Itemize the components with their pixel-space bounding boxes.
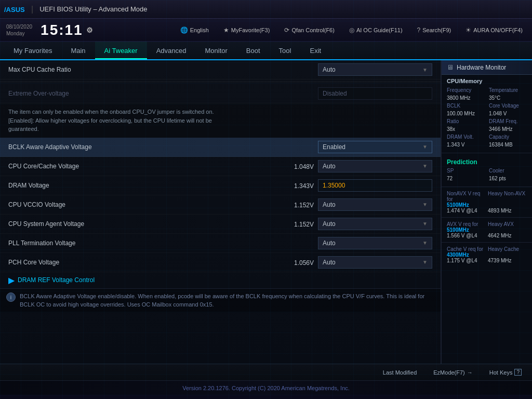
- prediction-title: Prediction: [442, 155, 532, 167]
- search-btn[interactable]: ? Search(F9): [414, 25, 455, 35]
- setting-dram-ref-voltage[interactable]: ▶ DRAM REF Voltage Control: [0, 272, 441, 288]
- dropdown-arrow-icon: ▼: [422, 67, 428, 73]
- cpu-vccio-value: 1.152V: [251, 200, 314, 209]
- aura-icon: ☀: [466, 26, 471, 34]
- setting-cpu-core-cache-voltage: CPU Core/Cache Voltage 1.048V Auto ▼: [0, 157, 441, 176]
- top-controls: 🌐 English ★ MyFavorite(F3) ⟳ Qfan Contro…: [177, 25, 526, 35]
- cpu-system-agent-dropdown[interactable]: Auto ▼: [318, 218, 432, 230]
- max-cpu-cache-dropdown[interactable]: Auto ▼: [318, 63, 432, 76]
- info-row: i BCLK Aware Adaptive Voltage enable/dis…: [0, 288, 441, 312]
- pll-termination-dropdown[interactable]: Auto ▼: [318, 237, 432, 249]
- panel-divider: [442, 153, 532, 153]
- aioc-btn[interactable]: ◎ AI OC Guide(F11): [346, 25, 406, 35]
- app-title: UEFI BIOS Utility – Advanced Mode: [39, 5, 147, 13]
- nav-advanced[interactable]: Advanced: [147, 42, 196, 59]
- info-icon: i: [6, 292, 16, 302]
- content-area: Max CPU Cache Ratio Auto ▼ Extreme Over-…: [0, 60, 441, 364]
- dropdown-arrow-icon: ▼: [422, 163, 428, 169]
- asus-logo: /ASUS: [4, 5, 25, 14]
- oc-icon: ◎: [349, 26, 354, 34]
- prediction-section: SP Cooler 72 162 pts: [442, 167, 532, 184]
- cpu-memory-title: CPU/Memory: [447, 78, 527, 84]
- pred-nonavx: NonAVX V req for Heavy Non-AVX 5100MHz 1…: [442, 189, 532, 215]
- expand-icon: ▶: [8, 275, 15, 285]
- nav-boot[interactable]: Boot: [237, 42, 270, 59]
- setting-cpu-system-agent-voltage: CPU System Agent Voltage 1.152V Auto ▼: [0, 215, 441, 234]
- version-bar: Version 2.20.1276. Copyright (C) 2020 Am…: [0, 380, 532, 395]
- setting-cpu-vccio-voltage: CPU VCCIO Voltage 1.152V Auto ▼: [0, 195, 441, 215]
- divider: [0, 82, 441, 82]
- setting-extreme-overvoltage: Extreme Over-voltage Disabled: [0, 84, 441, 103]
- dram-voltage-value: 1.343V: [251, 181, 314, 190]
- pch-core-value: 1.056V: [251, 258, 314, 267]
- hot-keys-icon: ?: [514, 369, 522, 376]
- cpu-vccio-dropdown[interactable]: Auto ▼: [318, 198, 432, 211]
- nav-menu: My Favorites Main Ai Tweaker Advanced Mo…: [0, 42, 532, 60]
- setting-bclk-aware: BCLK Aware Adaptive Voltage Enabled ▼: [0, 138, 441, 157]
- setting-pll-termination-voltage: PLL Termination Voltage Auto ▼: [0, 234, 441, 253]
- search-icon: ?: [417, 26, 421, 34]
- dropdown-arrow-icon: ▼: [422, 240, 428, 246]
- extreme-overvoltage-input: Disabled: [318, 87, 432, 100]
- dropdown-arrow-icon: ▼: [422, 202, 428, 207]
- pred-cache: Cache V req for Heavy Cache 4300MHz 1.17…: [442, 245, 532, 265]
- setting-dram-voltage: DRAM Voltage 1.343V 1.35000: [0, 176, 441, 195]
- main-layout: Max CPU Cache Ratio Auto ▼ Extreme Over-…: [0, 60, 532, 364]
- bclk-aware-dropdown[interactable]: Enabled ▼: [318, 141, 432, 153]
- star-icon: ★: [223, 26, 229, 34]
- version-text: Version 2.20.1276. Copyright (C) 2020 Am…: [182, 385, 350, 391]
- pch-core-dropdown[interactable]: Auto ▼: [318, 256, 432, 269]
- english-btn[interactable]: 🌐 English: [177, 25, 212, 35]
- dropdown-arrow-icon: ▼: [422, 259, 428, 265]
- extreme-desc-text: The item can only be enabled when the on…: [8, 108, 432, 134]
- qfan-btn[interactable]: ⟳ Qfan Control(F6): [281, 25, 338, 35]
- extreme-description-box: The item can only be enabled when the on…: [0, 103, 441, 138]
- dropdown-arrow-icon: ▼: [422, 221, 428, 227]
- fan-icon: ⟳: [284, 26, 289, 34]
- cpu-system-agent-value: 1.152V: [251, 219, 314, 229]
- time-bar: 08/10/2020 Monday 15:11 ⚙ 🌐 English ★ My…: [0, 19, 532, 42]
- pred-avx: AVX V req for Heavy AVX 5100MHz 1.566 V …: [442, 220, 532, 240]
- time-display: 15:11 ⚙: [41, 22, 94, 38]
- nav-ai-tweaker[interactable]: Ai Tweaker: [95, 42, 147, 59]
- settings-icon[interactable]: ⚙: [86, 26, 94, 34]
- sp-cooler-grid: SP Cooler 72 162 pts: [447, 168, 527, 181]
- right-panel: 🖥 Hardware Monitor CPU/Memory Frequency …: [441, 60, 532, 364]
- panel-title: 🖥 Hardware Monitor: [442, 60, 532, 75]
- myfavorite-btn[interactable]: ★ MyFavorite(F3): [220, 25, 273, 35]
- datetime: 08/10/2020 Monday: [6, 23, 32, 37]
- nav-main[interactable]: Main: [61, 42, 95, 59]
- dropdown-arrow-icon: ▼: [422, 144, 428, 150]
- setting-pch-core-voltage: PCH Core Voltage 1.056V Auto ▼: [0, 253, 441, 272]
- ez-mode-icon: →: [467, 369, 473, 376]
- cpu-memory-section: CPU/Memory Frequency Temperature 3800 MH…: [442, 75, 532, 151]
- globe-icon: 🌐: [180, 26, 188, 34]
- nav-tool[interactable]: Tool: [270, 42, 301, 59]
- aura-btn[interactable]: ☀ AURA ON/OFF(F4): [462, 25, 526, 35]
- hot-keys-btn[interactable]: Hot Keys ?: [485, 368, 526, 377]
- nav-my-favorites[interactable]: My Favorites: [4, 42, 61, 59]
- bottom-bar: Last Modified EzMode(F7) → Hot Keys ?: [0, 364, 532, 380]
- cpu-memory-grid: Frequency Temperature 3800 MHz 35°C BCLK…: [447, 87, 527, 148]
- nav-monitor[interactable]: Monitor: [196, 42, 237, 59]
- top-bar: /ASUS | UEFI BIOS Utility – Advanced Mod…: [0, 0, 532, 19]
- nav-exit[interactable]: Exit: [300, 42, 330, 59]
- dram-voltage-input[interactable]: 1.35000: [318, 179, 432, 192]
- setting-max-cpu-cache-ratio: Max CPU Cache Ratio Auto ▼: [0, 60, 441, 79]
- svg-text:/ASUS: /ASUS: [4, 6, 25, 14]
- monitor-icon: 🖥: [447, 63, 454, 71]
- cpu-core-cache-value: 1.048V: [251, 162, 314, 171]
- cpu-core-cache-dropdown[interactable]: Auto ▼: [318, 160, 432, 172]
- description-text: BCLK Aware Adaptive Voltage enable/disab…: [20, 292, 434, 309]
- last-modified-btn[interactable]: Last Modified: [379, 368, 421, 377]
- ez-mode-btn[interactable]: EzMode(F7) →: [429, 368, 477, 377]
